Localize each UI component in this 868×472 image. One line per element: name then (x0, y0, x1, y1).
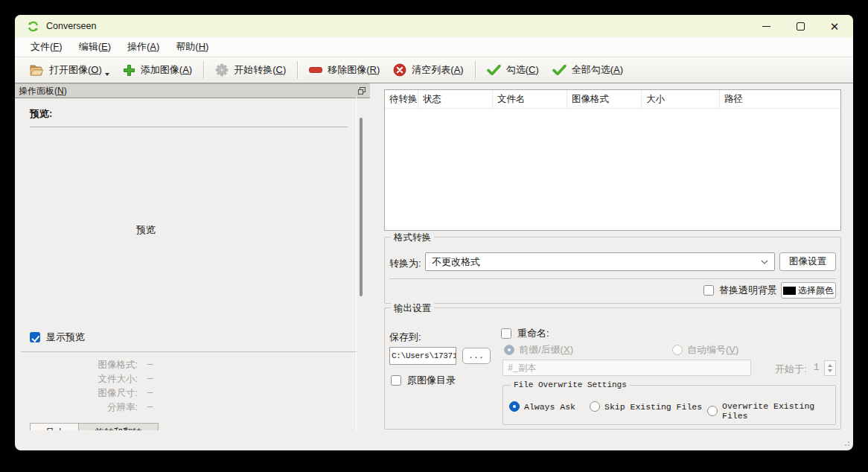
tab-rotate-flip[interactable]: 旋转和翻转 (78, 423, 159, 430)
divider (30, 127, 348, 127)
start-at-stepper[interactable] (824, 360, 836, 376)
choose-color-label: 选择颜色 (798, 284, 834, 297)
file-size-label: 文件大小: (45, 373, 138, 386)
action-panel-body: 预览: 预览 显示预览 图像格式: – 文件大小: – 图像尺寸: – 分辨率: (15, 98, 370, 430)
divider (356, 97, 357, 432)
save-path-input[interactable]: C:\Users\17371 (389, 347, 456, 365)
app-window: Converseen ✕ 文件(F) 编辑(E) 操作(A) 帮助(H) 打开图… (15, 15, 853, 450)
start-convert-button[interactable]: 开始转换(C) (208, 60, 293, 80)
check-all-label: 全部勾选(A) (572, 63, 623, 77)
add-image-label: 添加图像(A) (141, 63, 192, 77)
menubar: 文件(F) 编辑(E) 操作(A) 帮助(H) (15, 37, 853, 57)
rename-pattern-input[interactable]: #_副本 (502, 360, 751, 376)
image-dimensions-value: – (147, 387, 153, 400)
add-image-button[interactable]: 添加图像(A) (116, 60, 199, 80)
check-all-button[interactable]: 全部勾选(A) (546, 60, 630, 80)
output-group-title: 输出设置 (391, 302, 434, 315)
remove-image-button[interactable]: 移除图像(R) (302, 60, 386, 80)
toolbar-separator (203, 61, 204, 79)
close-icon: ✕ (830, 21, 840, 32)
always-ask-label: Always Ask (524, 402, 575, 412)
show-preview-label: 显示预览 (46, 331, 85, 344)
source-directory-label: 原图像目录 (407, 374, 456, 387)
column-path[interactable]: 路径 (720, 90, 840, 108)
column-image-format[interactable]: 图像格式 (567, 90, 642, 108)
column-status[interactable]: 状态 (418, 90, 493, 108)
image-format-label: 图像格式: (45, 359, 138, 371)
menu-file[interactable]: 文件(F) (22, 40, 71, 54)
check-label: 勾选(C) (506, 63, 539, 77)
spinner-down-icon[interactable] (828, 369, 832, 372)
float-panel-icon[interactable] (357, 86, 366, 95)
divider (389, 278, 836, 279)
maximize-button[interactable] (788, 15, 813, 37)
close-button[interactable]: ✕ (822, 15, 847, 37)
source-directory-checkbox[interactable] (391, 375, 401, 386)
check-icon (487, 65, 501, 75)
titlebar: Converseen ✕ (15, 15, 853, 37)
start-at-label: 开始于: (775, 363, 807, 376)
overwrite-existing-option[interactable]: Overwrite Existing Files (707, 401, 835, 421)
skip-existing-label: Skip Existing Files (604, 402, 702, 412)
preview-placeholder: 预览 (109, 223, 183, 237)
divider (21, 351, 357, 352)
remove-image-label: 移除图像(R) (328, 63, 380, 77)
clear-list-label: 清空列表(A) (412, 63, 463, 77)
menu-actions[interactable]: 操作(A) (119, 40, 167, 54)
spinner-up-icon[interactable] (828, 364, 832, 367)
open-image-button[interactable]: 打开图像(O) (22, 60, 116, 80)
browse-button[interactable]: ... (462, 348, 491, 364)
skip-existing-option[interactable]: Skip Existing Files (590, 401, 702, 412)
auto-number-label: 自动编号(V) (687, 343, 738, 357)
app-logo-icon (28, 21, 39, 32)
resolution-label: 分辨率: (45, 401, 138, 414)
auto-number-option[interactable]: 自动编号(V) (672, 343, 738, 357)
file-size-row: 文件大小: – (45, 373, 208, 386)
choose-color-button[interactable]: 选择颜色 (781, 282, 836, 299)
toolbar-separator (475, 61, 476, 79)
column-to-convert[interactable]: 待转换 (385, 90, 418, 108)
file-overwrite-group: File Overwrite Settings Always Ask Skip … (502, 385, 836, 425)
format-select[interactable]: 不更改格式 (425, 252, 775, 271)
image-format-value: – (147, 359, 153, 371)
show-preview-checkbox[interactable] (30, 332, 40, 342)
show-preview-option[interactable]: 显示预览 (30, 331, 85, 344)
rename-checkbox[interactable] (501, 328, 511, 339)
replace-background-checkbox[interactable] (703, 285, 714, 296)
skip-existing-radio[interactable] (590, 401, 600, 412)
open-image-dropdown-icon[interactable] (105, 73, 109, 76)
add-image-icon (123, 64, 135, 77)
menu-edit[interactable]: 编辑(E) (71, 40, 119, 54)
check-all-icon (552, 65, 567, 75)
overwrite-existing-radio[interactable] (707, 406, 718, 416)
column-size[interactable]: 大小 (642, 90, 720, 108)
prefix-suffix-radio[interactable] (504, 345, 514, 355)
toolbar: 打开图像(O) 添加图像(A) 开始转换(C) (15, 57, 853, 83)
source-directory-option[interactable]: 原图像目录 (391, 374, 456, 387)
window-title: Converseen (46, 21, 96, 31)
always-ask-radio[interactable] (509, 401, 520, 412)
resolution-row: 分辨率: – (45, 401, 208, 414)
prefix-suffix-option[interactable]: 前缀/后缀(X) (504, 343, 573, 357)
file-list-table[interactable]: 待转换 状态 文件名 图像格式 大小 路径 (384, 89, 841, 231)
action-panel-header[interactable]: 操作面板(N) (15, 83, 370, 98)
check-button[interactable]: 勾选(C) (480, 60, 546, 80)
image-settings-button[interactable]: 图像设置 (779, 252, 836, 271)
remove-image-icon (309, 67, 322, 73)
clear-list-button[interactable]: 清空列表(A) (386, 60, 470, 80)
menu-help[interactable]: 帮助(H) (167, 40, 217, 54)
rename-option[interactable]: 重命名: (501, 327, 549, 340)
minimize-button[interactable] (753, 15, 779, 37)
resize-grip[interactable] (841, 438, 849, 446)
panel-scrollbar[interactable] (360, 118, 363, 296)
start-at-value: 1 (814, 363, 819, 373)
image-dimensions-label: 图像尺寸: (45, 387, 138, 400)
start-convert-icon (215, 63, 229, 77)
format-select-value: 不更改格式 (432, 255, 480, 269)
always-ask-option[interactable]: Always Ask (509, 401, 575, 412)
auto-number-radio[interactable] (672, 345, 683, 355)
tab-size[interactable]: 尺寸 (30, 423, 79, 430)
action-panel-title: 操作面板(N) (19, 85, 67, 98)
replace-background-option[interactable]: 替换透明背景 (703, 284, 777, 297)
column-filename[interactable]: 文件名 (493, 90, 567, 108)
